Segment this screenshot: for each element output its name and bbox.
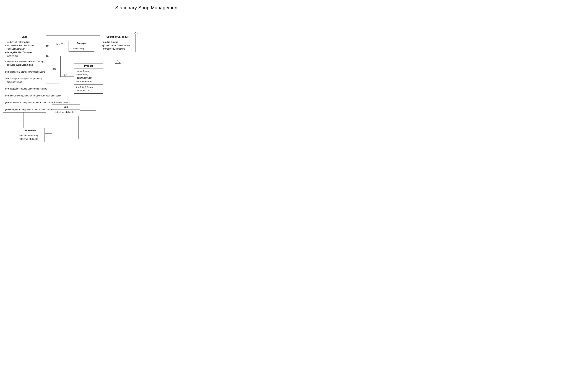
page-title: Stationary Shop Management: [0, 0, 294, 10]
interface-triangle: [133, 32, 138, 34]
class-operation: OperationOnProduct - product:Product - j…: [100, 34, 136, 52]
class-purchase-header: Purchase: [16, 128, 44, 133]
class-operation-header: OperationOnProduct: [100, 34, 135, 39]
diagram-area: 1 0..* has 1 has 0..* has 0..* 1: [0, 21, 294, 182]
label-1-shop-product: 1: [46, 52, 48, 55]
class-purchase-attributes: - vendorName:String - totalAmount:double: [16, 133, 44, 142]
label-has-product: has: [53, 68, 56, 70]
class-shop-header: Shop: [3, 34, 46, 39]
class-shop-methods: + enlistProduct(aProduct:Product):String…: [3, 59, 46, 112]
class-shop: Shop - productList:List<Product> - purch…: [3, 34, 46, 112]
class-product-attributes: - name:String - code:String - totalQuant…: [74, 68, 103, 84]
class-product-methods: + toString():String <<override>>: [74, 84, 103, 93]
label-zeromany-product: 0..*: [64, 74, 67, 76]
label-has-damage: has: [56, 43, 60, 46]
page: Stationary Shop Management 1 0..* has 1: [0, 0, 294, 184]
line-operation-product: [103, 57, 146, 78]
inheritance-triangle: [115, 60, 120, 64]
class-purchase: Purchase - vendorName:String - totalAmou…: [16, 128, 45, 142]
line-purchase-sale: [45, 116, 52, 133]
class-product: Product - name:String - code:String - to…: [74, 63, 103, 94]
line-purchase-bottom: [45, 116, 78, 139]
class-sale: Sale - totalAmount:double: [52, 104, 80, 115]
label-zeromany-purchase: 0..*: [18, 119, 21, 122]
line-shop-product: [49, 56, 74, 77]
class-sale-attributes: - totalAmount:double: [52, 110, 79, 115]
label-1-shop-damage: 1: [46, 42, 48, 45]
class-damage-attributes: - cause:String: [69, 46, 94, 51]
class-damage: Damage - cause:String: [69, 41, 94, 52]
class-shop-attributes: - productList:List<Product> - purchaseLi…: [3, 39, 46, 59]
class-product-header: Product: [74, 64, 103, 68]
class-damage-header: Damage: [69, 41, 94, 46]
label-zeromany-damage: 0..*: [61, 42, 65, 45]
class-operation-attributes: - product:Product - jDateChooser:JDateCh…: [100, 39, 135, 52]
class-sale-header: Sale: [52, 104, 79, 110]
